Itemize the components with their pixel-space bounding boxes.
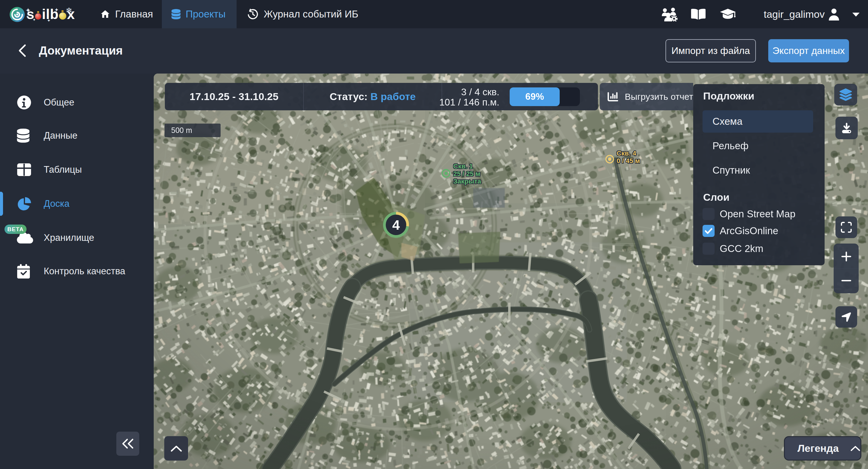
svg-text:4: 4	[392, 217, 400, 233]
